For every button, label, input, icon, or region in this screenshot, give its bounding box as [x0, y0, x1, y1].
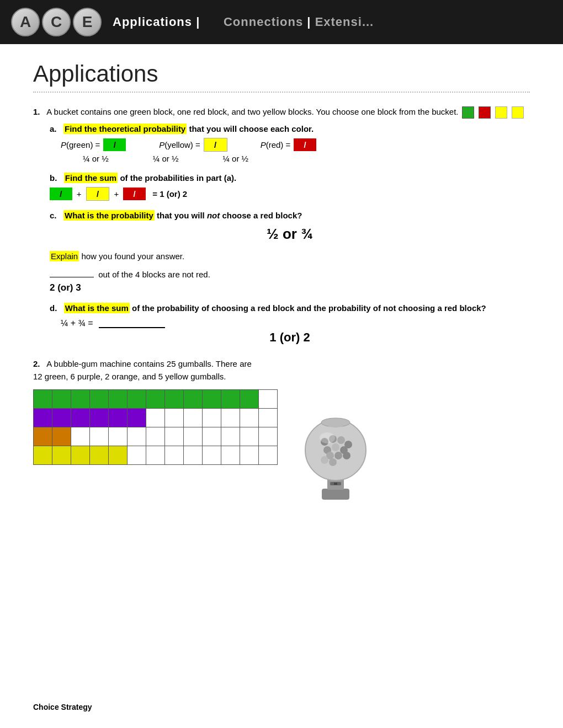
cell: [52, 446, 71, 465]
cell: [109, 427, 128, 446]
cell: [240, 409, 259, 427]
cell: [146, 446, 165, 465]
svg-rect-3: [334, 483, 337, 485]
cell: [71, 427, 90, 446]
explain-highlight: Explain: [50, 251, 79, 261]
cell: [52, 409, 71, 427]
cell: [128, 427, 146, 446]
cell: [165, 409, 184, 427]
cell: [34, 446, 52, 465]
cell: [146, 390, 165, 409]
svg-point-15: [321, 456, 328, 464]
p-yellow-label: P(yellow) =: [159, 140, 200, 149]
grid-row-2: [34, 409, 278, 427]
nav-sep2: |: [307, 15, 315, 29]
plus1: +: [77, 189, 82, 199]
cell: [203, 446, 221, 465]
formula-row: ¼ + ¾ =: [61, 318, 530, 328]
question-1: 1. A bucket contains one green block, on…: [33, 106, 530, 345]
or-red: ¼ or ½: [222, 154, 248, 163]
q1-number: 1.: [33, 107, 40, 116]
cell: [203, 390, 221, 409]
p-red-label: P(red) =: [261, 140, 291, 149]
sum-green: /: [50, 188, 72, 200]
blank-answer-row: out of the 4 blocks are not red.: [50, 270, 530, 279]
cell: [71, 390, 90, 409]
cell: [259, 409, 278, 427]
part-a: a. Find the theoretical probability that…: [50, 124, 530, 163]
gumball-machine-image: [300, 400, 371, 513]
header: A C E Applications | Connections | Exten…: [0, 0, 563, 44]
cell: [184, 446, 203, 465]
cell: [128, 446, 146, 465]
nav-connections[interactable]: Connections: [224, 15, 303, 29]
part-c-rest: that you will not choose a red block?: [157, 211, 302, 220]
grid-row-3: [34, 427, 278, 446]
prob-yellow: P(yellow) = /: [159, 138, 227, 152]
part-d-label: d. What is the sum of the probability of…: [50, 303, 530, 313]
q1-body: A bucket contains one green block, one r…: [46, 107, 458, 116]
cell: [90, 409, 109, 427]
gumball-grid: [33, 389, 278, 465]
footer: Choice Strategy: [33, 703, 92, 711]
sub-parts: a. Find the theoretical probability that…: [50, 124, 530, 345]
part-d-answer: 1 (or) 2: [50, 330, 530, 345]
cell: [90, 390, 109, 409]
cell: [34, 409, 52, 427]
prob-green: P(green) = /: [61, 138, 126, 151]
cell: [128, 390, 146, 409]
cell: [221, 427, 240, 446]
part-b-rest: of the probabilities in part (a).: [120, 173, 236, 183]
blank-text: out of the 4 blocks are not red.: [98, 270, 210, 279]
part-d: d. What is the sum of the probability of…: [50, 303, 530, 345]
or-row: ¼ or ½ ¼ or ½ ¼ or ½: [83, 154, 530, 163]
main-content: Applications 1. A bucket contains one gr…: [0, 44, 563, 535]
cell: [165, 446, 184, 465]
cell: [34, 390, 52, 409]
block-yellow2: [512, 106, 524, 119]
part-c-num-answer: 2 (or) 3: [50, 282, 530, 293]
sum-yellow: /: [86, 187, 110, 201]
plus2: +: [114, 189, 119, 199]
header-nav: Applications | Connections | Extensi...: [113, 15, 374, 29]
cell: [71, 446, 90, 465]
cell: [203, 409, 221, 427]
cell: [109, 390, 128, 409]
ace-circles: A C E: [11, 8, 102, 36]
cell: [90, 427, 109, 446]
part-a-rest: that you will choose each color.: [189, 124, 314, 133]
cell: [146, 427, 165, 446]
q2-text: 2. A bubble-gum machine contains 25 gumb…: [33, 358, 530, 383]
svg-point-13: [334, 452, 342, 459]
p-green-label: P(green) =: [61, 140, 100, 149]
svg-point-7: [337, 436, 345, 444]
nav-sep1: |: [196, 15, 224, 29]
block-red: [479, 106, 491, 119]
part-c-answer: ½ or ¾: [50, 226, 530, 243]
explain-line: Explain how you found your answer.: [50, 251, 530, 261]
or-green: ¼ or ½: [83, 154, 109, 163]
cell: [52, 427, 71, 446]
nav-extensions[interactable]: Extensi...: [315, 15, 374, 29]
circle-a: A: [11, 8, 40, 36]
cell: [128, 409, 146, 427]
q1-text: 1. A bucket contains one green block, on…: [33, 106, 530, 119]
cell: [109, 446, 128, 465]
q2-body: A bubble-gum machine contains 25 gumball…: [33, 359, 252, 381]
nav-applications[interactable]: Applications: [113, 15, 192, 29]
svg-rect-0: [322, 489, 349, 500]
part-d-highlight: What is the sum: [64, 303, 130, 313]
cell: [240, 390, 259, 409]
q2-layout: [33, 389, 530, 513]
question-2: 2. A bubble-gum machine contains 25 gumb…: [33, 358, 530, 513]
cell: [184, 409, 203, 427]
svg-point-10: [332, 443, 339, 451]
part-c-highlight: What is the probability: [63, 210, 155, 221]
cell: [52, 390, 71, 409]
cell: [259, 390, 278, 409]
part-b: b. Find the sum of the probabilities in …: [50, 173, 530, 201]
divider: [33, 92, 530, 93]
p-yellow-num: /: [204, 138, 227, 152]
page-title: Applications: [33, 61, 530, 87]
svg-point-16: [329, 458, 337, 466]
